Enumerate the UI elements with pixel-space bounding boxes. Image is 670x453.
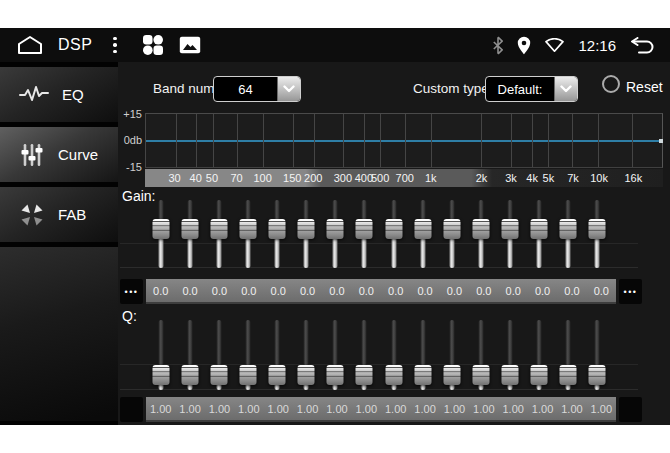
eq-response-plot[interactable] [145, 113, 663, 168]
sidebar-item-eq[interactable]: EQ [0, 67, 118, 122]
q-slider[interactable] [437, 318, 466, 392]
gain-slider[interactable] [496, 198, 525, 270]
q-slider-thumb[interactable] [414, 365, 431, 385]
reset-radio[interactable] [602, 75, 620, 93]
q-slider-thumb[interactable] [443, 365, 460, 385]
q-slider[interactable] [292, 318, 321, 392]
gain-slider-thumb[interactable] [531, 219, 548, 239]
band-num-dropdown[interactable]: 64 [213, 76, 301, 102]
gain-more-left-button[interactable]: ••• [120, 279, 143, 304]
q-slider-thumb[interactable] [502, 365, 519, 385]
band-num-value: 64 [214, 77, 277, 101]
q-slider-thumb[interactable] [181, 365, 198, 385]
fab-icon [19, 202, 45, 228]
q-slider[interactable] [321, 318, 350, 392]
q-slider-thumb[interactable] [560, 365, 577, 385]
gain-slider[interactable] [437, 198, 466, 270]
custom-type-dropdown-button[interactable] [554, 77, 577, 101]
gain-slider[interactable] [233, 198, 262, 270]
sidebar-item-curve[interactable]: Curve [0, 127, 118, 182]
apps-icon[interactable] [140, 32, 166, 58]
gain-slider-thumb[interactable] [152, 219, 169, 239]
gain-slider-thumb[interactable] [589, 219, 606, 239]
freq-gridline [263, 114, 264, 167]
q-slider-thumb[interactable] [531, 365, 548, 385]
gain-slider[interactable] [321, 198, 350, 270]
gain-slider[interactable] [583, 198, 612, 270]
overflow-menu-icon[interactable] [113, 37, 117, 54]
gain-value: 0.0 [381, 279, 410, 302]
freq-gridline [380, 114, 381, 167]
freq-gridline [213, 114, 214, 167]
gain-slider[interactable] [146, 198, 175, 270]
gain-slider-thumb[interactable] [210, 219, 227, 239]
q-slider[interactable] [175, 318, 204, 392]
location-icon [517, 36, 531, 55]
gain-slider-thumb[interactable] [385, 219, 402, 239]
q-slider[interactable] [379, 318, 408, 392]
gain-slider[interactable] [263, 198, 292, 270]
q-slider-thumb[interactable] [472, 365, 489, 385]
gain-slider-thumb[interactable] [472, 219, 489, 239]
gain-value: 0.0 [264, 279, 293, 302]
gain-value: 0.0 [352, 279, 381, 302]
q-slider[interactable] [408, 318, 437, 392]
q-more-right-button[interactable] [619, 397, 642, 422]
q-slider[interactable] [496, 318, 525, 392]
q-slider[interactable] [525, 318, 554, 392]
q-slider[interactable] [146, 318, 175, 392]
gallery-icon[interactable] [179, 36, 201, 54]
gain-slider[interactable] [466, 198, 495, 270]
back-icon[interactable] [629, 37, 655, 54]
q-slider-thumb[interactable] [589, 365, 606, 385]
sidebar-item-fab[interactable]: FAB [0, 187, 118, 242]
q-slider-thumb[interactable] [356, 365, 373, 385]
q-slider-thumb[interactable] [239, 365, 256, 385]
gain-slider[interactable] [204, 198, 233, 270]
q-slider[interactable] [466, 318, 495, 392]
gain-slider-thumb[interactable] [327, 219, 344, 239]
gain-slider[interactable] [525, 198, 554, 270]
q-slider-thumb[interactable] [269, 365, 286, 385]
home-icon[interactable] [15, 34, 45, 56]
q-slider-thumb[interactable] [210, 365, 227, 385]
band-num-dropdown-button[interactable] [277, 77, 300, 101]
gain-slider-thumb[interactable] [560, 219, 577, 239]
q-more-left-button[interactable] [120, 397, 143, 422]
gain-slider-thumb[interactable] [298, 219, 315, 239]
freq-tick-label: 200 [304, 172, 322, 184]
q-slider[interactable] [554, 318, 583, 392]
q-slider-thumb[interactable] [385, 365, 402, 385]
q-label: Q: [122, 308, 137, 324]
gain-slider[interactable] [379, 198, 408, 270]
gain-slider[interactable] [408, 198, 437, 270]
q-slider-thumb[interactable] [327, 365, 344, 385]
freq-gridline [343, 114, 344, 167]
freq-tick-label: 100 [253, 172, 271, 184]
gain-value: 0.0 [528, 279, 557, 302]
gain-slider-thumb[interactable] [414, 219, 431, 239]
freq-tick-label: 3k [505, 172, 517, 184]
gain-slider[interactable] [175, 198, 204, 270]
gain-slider-thumb[interactable] [443, 219, 460, 239]
gain-slider[interactable] [554, 198, 583, 270]
freq-gridline [237, 114, 238, 167]
gain-slider-thumb[interactable] [269, 219, 286, 239]
gain-slider-thumb[interactable] [181, 219, 198, 239]
gain-slider-thumb[interactable] [502, 219, 519, 239]
q-slider[interactable] [350, 318, 379, 392]
q-slider[interactable] [204, 318, 233, 392]
gain-more-right-button[interactable]: ••• [619, 279, 642, 304]
q-slider[interactable] [263, 318, 292, 392]
gain-slider[interactable] [350, 198, 379, 270]
q-value: 1.00 [499, 397, 528, 420]
custom-type-dropdown[interactable]: Default: [485, 76, 578, 102]
q-slider[interactable] [583, 318, 612, 392]
gain-slider-thumb[interactable] [356, 219, 373, 239]
q-slider[interactable] [233, 318, 262, 392]
q-slider-thumb[interactable] [298, 365, 315, 385]
gain-slider[interactable] [292, 198, 321, 270]
gain-slider-thumb[interactable] [239, 219, 256, 239]
gain-value-row: ••• 0.00.00.00.00.00.00.00.00.00.00.00.0… [120, 279, 642, 304]
q-slider-thumb[interactable] [152, 365, 169, 385]
